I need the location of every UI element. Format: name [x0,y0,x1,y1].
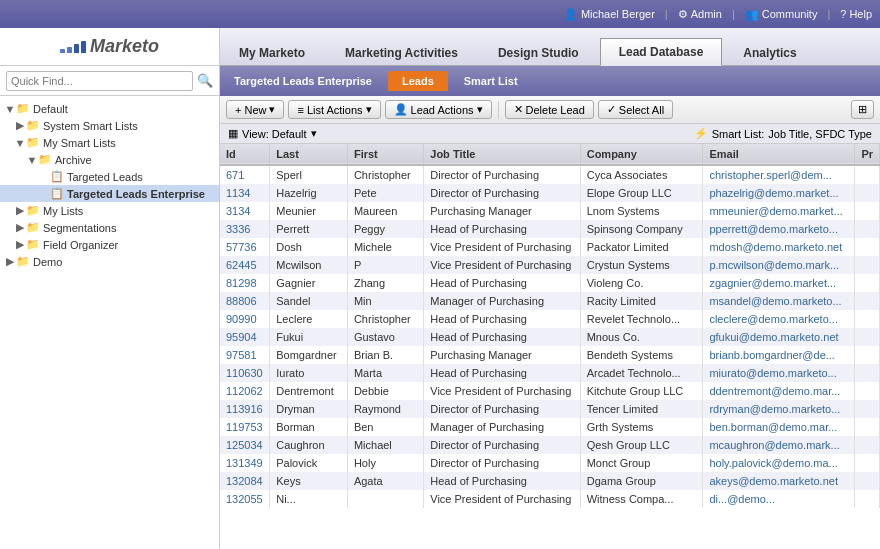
cell-id-link[interactable]: 3336 [226,223,250,235]
cell-id-link[interactable]: 57736 [226,241,257,253]
table-row[interactable]: 1134HazelrigPeteDirector of PurchasingEl… [220,184,880,202]
table-row[interactable]: 90990LeclereChristopherHead of Purchasin… [220,310,880,328]
cell-email[interactable]: msandel@demo.marketo... [703,292,855,310]
cell-id[interactable]: 90990 [220,310,270,328]
cell-id-link[interactable]: 112062 [226,385,263,397]
cell-email-link[interactable]: mmeunier@demo.market... [709,205,842,217]
cell-id[interactable]: 81298 [220,274,270,292]
cell-email[interactable]: di...@demo... [703,490,855,508]
cell-id-link[interactable]: 95904 [226,331,257,343]
cell-id-link[interactable]: 1134 [226,187,250,199]
table-row[interactable]: 95904FukuiGustavoHead of PurchasingMnous… [220,328,880,346]
col-header-email[interactable]: Email [703,144,855,165]
cell-id[interactable]: 1134 [220,184,270,202]
cell-id-link[interactable]: 90990 [226,313,257,325]
cell-email-link[interactable]: ddentremont@demo.mar... [709,385,840,397]
tab-design-studio[interactable]: Design Studio [479,39,598,66]
cell-id[interactable]: 112062 [220,382,270,400]
cell-id[interactable]: 57736 [220,238,270,256]
sidebar-item-my-lists[interactable]: ▶📁My Lists [0,202,219,219]
cell-email[interactable]: ddentremont@demo.mar... [703,382,855,400]
col-header-company[interactable]: Company [580,144,703,165]
sidebar-item-system-smart-lists[interactable]: ▶📁System Smart Lists [0,117,219,134]
table-row[interactable]: 132055Ni...Vice President of PurchasingW… [220,490,880,508]
cell-email-link[interactable]: zgagnier@demo.market... [709,277,836,289]
cell-email[interactable]: gfukui@demo.marketo.net [703,328,855,346]
table-row[interactable]: 81298GagnierZhangHead of PurchasingViole… [220,274,880,292]
cell-email-link[interactable]: miurato@demo.marketo... [709,367,836,379]
cell-email[interactable]: zgagnier@demo.market... [703,274,855,292]
cell-email-link[interactable]: holy.palovick@demo.ma... [709,457,837,469]
table-row[interactable]: 113916DrymanRaymondDirector of Purchasin… [220,400,880,418]
col-header-last[interactable]: Last [270,144,348,165]
cell-email[interactable]: christopher.sperl@dem... [703,165,855,184]
table-row[interactable]: 110630IuratoMartaHead of PurchasingArcad… [220,364,880,382]
cell-email-link[interactable]: p.mcwilson@demo.mark... [709,259,839,271]
sidebar-item-segmentations[interactable]: ▶📁Segmentations [0,219,219,236]
cell-id-link[interactable]: 3134 [226,205,250,217]
cell-email-link[interactable]: pperrett@demo.marketo... [709,223,838,235]
cell-email-link[interactable]: mcaughron@demo.mark... [709,439,839,451]
cell-email[interactable]: miurato@demo.marketo... [703,364,855,382]
cell-id-link[interactable]: 132055 [226,493,263,505]
subtab-smart-list[interactable]: Smart List [450,71,532,91]
table-row[interactable]: 57736DoshMicheleVice President of Purcha… [220,238,880,256]
cell-id[interactable]: 113916 [220,400,270,418]
cell-id-link[interactable]: 671 [226,169,244,181]
cell-id-link[interactable]: 125034 [226,439,263,451]
table-row[interactable]: 671SperlChristopherDirector of Purchasin… [220,165,880,184]
user-menu[interactable]: 👤 Michael Berger [564,8,655,21]
new-button[interactable]: + New ▾ [226,100,284,119]
cell-id[interactable]: 62445 [220,256,270,274]
help-link[interactable]: ? Help [840,8,872,20]
table-row[interactable]: 131349PalovickHolyDirector of Purchasing… [220,454,880,472]
cell-id-link[interactable]: 88806 [226,295,257,307]
cell-email[interactable]: mmeunier@demo.market... [703,202,855,220]
tab-lead-database[interactable]: Lead Database [600,38,723,66]
tab-my-marketo[interactable]: My Marketo [220,39,324,66]
table-row[interactable]: 112062DentremontDebbieVice President of … [220,382,880,400]
cell-email-link[interactable]: christopher.sperl@dem... [709,169,831,181]
cell-email-link[interactable]: cleclere@demo.marketo... [709,313,838,325]
tab-marketing-activities[interactable]: Marketing Activities [326,39,477,66]
subtab-targeted-leads-enterprise[interactable]: Targeted Leads Enterprise [220,71,386,91]
subtab-leads[interactable]: Leads [388,71,448,91]
cell-id[interactable]: 131349 [220,454,270,472]
cell-id-link[interactable]: 119753 [226,421,263,433]
cell-email[interactable]: holy.palovick@demo.ma... [703,454,855,472]
cell-id[interactable]: 3336 [220,220,270,238]
cell-email-link[interactable]: di...@demo... [709,493,775,505]
cell-email-link[interactable]: mdosh@demo.marketo.net [709,241,842,253]
cell-id[interactable]: 3134 [220,202,270,220]
refresh-button[interactable]: ⊞ [851,100,874,119]
cell-id-link[interactable]: 110630 [226,367,263,379]
cell-email-link[interactable]: brianb.bomgardner@de... [709,349,835,361]
cell-id-link[interactable]: 97581 [226,349,257,361]
select-all-button[interactable]: ✓ Select All [598,100,673,119]
list-actions-button[interactable]: ≡ List Actions ▾ [288,100,380,119]
cell-email[interactable]: cleclere@demo.marketo... [703,310,855,328]
sidebar-item-field-organizer[interactable]: ▶📁Field Organizer [0,236,219,253]
table-row[interactable]: 3336PerrettPeggyHead of PurchasingSpinso… [220,220,880,238]
delete-lead-button[interactable]: ✕ Delete Lead [505,100,594,119]
cell-id-link[interactable]: 113916 [226,403,263,415]
cell-id-link[interactable]: 62445 [226,259,257,271]
cell-email[interactable]: mcaughron@demo.mark... [703,436,855,454]
cell-id[interactable]: 671 [220,165,270,184]
table-row[interactable]: 97581BomgardnerBrian B.Purchasing Manage… [220,346,880,364]
cell-id[interactable]: 119753 [220,418,270,436]
cell-email[interactable]: ben.borman@demo.mar... [703,418,855,436]
sidebar-item-archive[interactable]: ▼📁Archive [0,151,219,168]
sidebar-item-demo[interactable]: ▶📁Demo [0,253,219,270]
cell-email[interactable]: brianb.bomgardner@de... [703,346,855,364]
cell-id[interactable]: 95904 [220,328,270,346]
lead-actions-button[interactable]: 👤 Lead Actions ▾ [385,100,492,119]
cell-email[interactable]: phazelrig@demo.market... [703,184,855,202]
cell-email-link[interactable]: phazelrig@demo.market... [709,187,838,199]
tab-analytics[interactable]: Analytics [724,39,815,66]
cell-id[interactable]: 132084 [220,472,270,490]
cell-id-link[interactable]: 81298 [226,277,257,289]
admin-link[interactable]: ⚙ Admin [678,8,722,21]
cell-id[interactable]: 110630 [220,364,270,382]
cell-email-link[interactable]: ben.borman@demo.mar... [709,421,837,433]
